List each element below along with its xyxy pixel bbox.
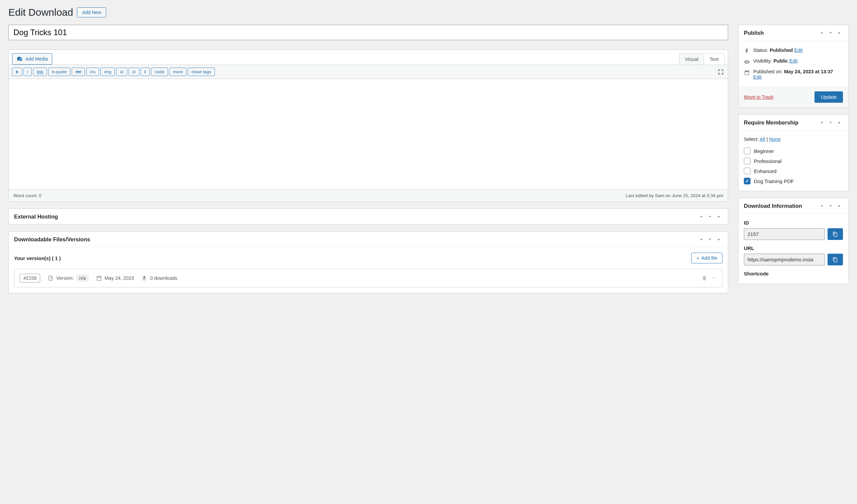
download-info-panel: Download Information ID URL Sho bbox=[738, 198, 848, 284]
file-icon bbox=[48, 275, 54, 281]
status-value: Published bbox=[770, 48, 793, 53]
editor-tabs: Visual Text bbox=[679, 53, 724, 65]
select-label: Select: bbox=[744, 136, 760, 142]
fullscreen-icon[interactable] bbox=[717, 68, 724, 75]
panel-down-icon[interactable] bbox=[827, 29, 834, 36]
version-value: n/a bbox=[76, 274, 88, 282]
qt-more[interactable]: more bbox=[169, 68, 187, 76]
select-all-link[interactable]: All bbox=[760, 136, 765, 142]
status-label: Status: bbox=[753, 48, 770, 53]
membership-label: Dog Training PDF bbox=[754, 179, 794, 184]
download-icon bbox=[141, 275, 147, 281]
post-title-input[interactable] bbox=[9, 25, 728, 40]
tab-text[interactable]: Text bbox=[704, 53, 724, 65]
panel-toggle-icon[interactable] bbox=[836, 202, 843, 209]
camera-music-icon bbox=[16, 55, 23, 62]
checkbox-enhanced[interactable] bbox=[744, 168, 751, 174]
add-new-button[interactable]: Add New bbox=[77, 7, 106, 17]
qt-italic[interactable]: i bbox=[23, 68, 32, 76]
panel-down-icon[interactable] bbox=[706, 236, 714, 243]
membership-label: Beginner bbox=[754, 148, 774, 154]
url-label: URL bbox=[744, 245, 843, 251]
membership-item: Beginner bbox=[744, 146, 843, 156]
version-label: Version: bbox=[56, 275, 74, 281]
add-file-button[interactable]: + Add file bbox=[691, 253, 722, 263]
id-input[interactable] bbox=[744, 228, 825, 240]
panel-up-icon[interactable] bbox=[698, 236, 705, 243]
panel-toggle-icon[interactable] bbox=[836, 29, 843, 36]
page-title: Edit Download bbox=[9, 7, 73, 18]
file-version-row: #2158 Version: n/a May 24, 2023 0 downlo… bbox=[14, 269, 722, 287]
external-hosting-title: External Hosting bbox=[14, 214, 58, 220]
plus-icon: + bbox=[696, 255, 699, 261]
visibility-value: Public bbox=[773, 58, 788, 64]
membership-panel: Require Membership Select: All | None Be… bbox=[738, 115, 848, 191]
panel-up-icon[interactable] bbox=[818, 29, 825, 36]
qt-img[interactable]: img bbox=[100, 68, 115, 76]
url-input[interactable] bbox=[744, 254, 825, 265]
select-none-link[interactable]: None bbox=[769, 136, 781, 142]
checkbox-dog-training-pdf[interactable] bbox=[744, 178, 751, 184]
qt-code[interactable]: code bbox=[151, 68, 168, 76]
qt-ins[interactable]: ins bbox=[86, 68, 99, 76]
file-id-badge: #2158 bbox=[20, 274, 40, 283]
move-to-trash-link[interactable]: Move to Trash bbox=[744, 95, 774, 100]
qt-link[interactable]: link bbox=[33, 68, 47, 76]
qt-ol[interactable]: ol bbox=[129, 68, 139, 76]
tab-visual[interactable]: Visual bbox=[679, 53, 704, 65]
add-media-button[interactable]: Add Media bbox=[12, 53, 52, 65]
qt-ul[interactable]: ul bbox=[116, 68, 127, 76]
status-edit-link[interactable]: Edit bbox=[794, 48, 803, 53]
published-edit-link[interactable]: Edit bbox=[753, 74, 761, 80]
panel-toggle-icon[interactable] bbox=[836, 119, 843, 126]
quicktags-toolbar: b i link b-quote del ins img ul ol li co… bbox=[9, 65, 728, 79]
checkbox-professional[interactable] bbox=[744, 157, 751, 164]
published-label: Published on: bbox=[753, 69, 784, 74]
chevron-down-icon[interactable] bbox=[711, 275, 717, 281]
membership-checklist: Beginner Professional Enhanced Dog Train… bbox=[744, 146, 843, 186]
membership-title: Require Membership bbox=[744, 119, 799, 126]
panel-down-icon[interactable] bbox=[706, 213, 714, 220]
panel-up-icon[interactable] bbox=[818, 202, 825, 209]
files-panel: Downloadable Files/Versions Your version… bbox=[9, 231, 728, 293]
download-info-title: Download Information bbox=[744, 203, 802, 209]
panel-up-icon[interactable] bbox=[818, 119, 825, 126]
editor-textarea[interactable] bbox=[9, 79, 728, 189]
external-hosting-panel: External Hosting bbox=[9, 208, 728, 224]
checkbox-beginner[interactable] bbox=[744, 148, 751, 154]
trash-icon[interactable] bbox=[701, 275, 707, 281]
visibility-edit-link[interactable]: Edit bbox=[789, 58, 798, 64]
qt-bquote[interactable]: b-quote bbox=[48, 68, 70, 76]
panel-down-icon[interactable] bbox=[827, 202, 834, 209]
publish-title: Publish bbox=[744, 30, 764, 36]
last-edited: Last edited by Sam on June 25, 2024 at 5… bbox=[626, 193, 723, 198]
eye-icon bbox=[744, 59, 750, 65]
clipboard-icon bbox=[833, 232, 838, 237]
download-count: 0 downloads bbox=[150, 275, 177, 281]
panel-down-icon[interactable] bbox=[827, 119, 834, 126]
qt-li[interactable]: li bbox=[140, 68, 150, 76]
panel-toggle-icon[interactable] bbox=[715, 236, 722, 243]
calendar-icon bbox=[744, 70, 750, 75]
membership-label: Enhanced bbox=[754, 168, 777, 174]
files-title: Downloadable Files/Versions bbox=[14, 236, 90, 242]
membership-item: Dog Training PDF bbox=[744, 176, 843, 186]
qt-del[interactable]: del bbox=[72, 68, 85, 76]
clipboard-icon bbox=[833, 257, 838, 263]
add-file-label: Add file bbox=[701, 255, 718, 261]
shortcode-label: Shortcode bbox=[744, 271, 843, 276]
word-count: Word count: 0 bbox=[13, 193, 41, 198]
add-media-label: Add Media bbox=[26, 56, 48, 62]
qt-bold[interactable]: b bbox=[12, 68, 22, 76]
content-editor: Add Media Visual Text b i link b-quote d… bbox=[9, 50, 728, 202]
update-button[interactable]: Update bbox=[814, 91, 843, 103]
calendar-icon bbox=[96, 275, 102, 281]
panel-up-icon[interactable] bbox=[698, 213, 705, 220]
membership-item: Professional bbox=[744, 156, 843, 166]
id-label: ID bbox=[744, 220, 843, 225]
copy-url-button[interactable] bbox=[827, 254, 843, 265]
qt-close[interactable]: close tags bbox=[188, 68, 215, 76]
panel-toggle-icon[interactable] bbox=[715, 213, 722, 220]
pin-icon bbox=[744, 48, 750, 54]
copy-id-button[interactable] bbox=[827, 228, 843, 240]
